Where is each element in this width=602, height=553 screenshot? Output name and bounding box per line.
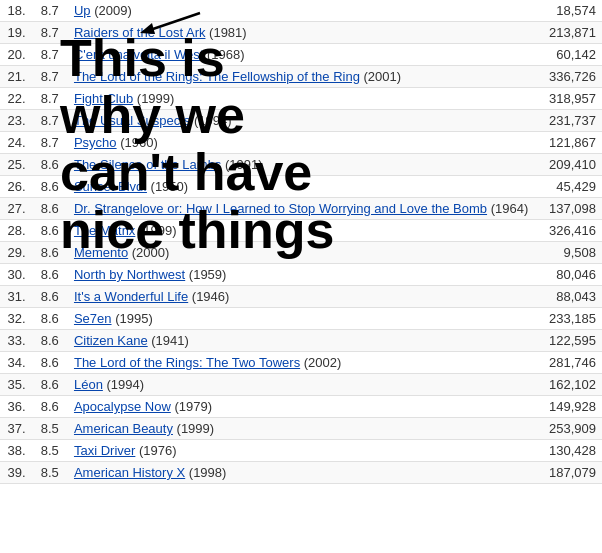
votes-cell: 231,737 xyxy=(534,110,602,132)
table-row: 31.8.6It's a Wonderful Life (1946)88,043 xyxy=(0,286,602,308)
votes-cell: 130,428 xyxy=(534,440,602,462)
movie-title-link[interactable]: Up xyxy=(74,3,91,18)
movie-title-link[interactable]: Sunset Blvd. xyxy=(74,179,147,194)
score-cell: 8.6 xyxy=(32,264,68,286)
movie-title-link[interactable]: Se7en xyxy=(74,311,112,326)
movie-year: (1979) xyxy=(171,399,212,414)
score-cell: 8.6 xyxy=(32,220,68,242)
rank-cell: 34. xyxy=(0,352,32,374)
rank-cell: 37. xyxy=(0,418,32,440)
rank-cell: 38. xyxy=(0,440,32,462)
movie-title-link[interactable]: Psycho xyxy=(74,135,117,150)
movie-year: (1960) xyxy=(117,135,158,150)
table-row: 20.8.7C'era una volta il West (1968)60,1… xyxy=(0,44,602,66)
rank-cell: 27. xyxy=(0,198,32,220)
table-row: 33.8.6Citizen Kane (1941)122,595 xyxy=(0,330,602,352)
movie-title-link[interactable]: The Matrix xyxy=(74,223,135,238)
movie-title-link[interactable]: Taxi Driver xyxy=(74,443,135,458)
movie-title-link[interactable]: The Usual Suspects xyxy=(74,113,190,128)
movie-year: (2002) xyxy=(300,355,341,370)
votes-cell: 9,508 xyxy=(534,242,602,264)
movie-title-link[interactable]: North by Northwest xyxy=(74,267,185,282)
title-cell: Léon (1994) xyxy=(68,374,534,396)
rank-cell: 20. xyxy=(0,44,32,66)
rank-cell: 22. xyxy=(0,88,32,110)
votes-cell: 121,867 xyxy=(534,132,602,154)
score-cell: 8.6 xyxy=(32,396,68,418)
movie-title-link[interactable]: Memento xyxy=(74,245,128,260)
title-cell: Sunset Blvd. (1950) xyxy=(68,176,534,198)
movie-title-link[interactable]: The Lord of the Rings: The Fellowship of… xyxy=(74,69,360,84)
movie-title-link[interactable]: The Silence of the Lambs xyxy=(74,157,221,172)
score-cell: 8.7 xyxy=(32,0,68,22)
votes-cell: 336,726 xyxy=(534,66,602,88)
rank-cell: 36. xyxy=(0,396,32,418)
title-cell: The Lord of the Rings: The Fellowship of… xyxy=(68,66,534,88)
rank-cell: 29. xyxy=(0,242,32,264)
movie-title-link[interactable]: American Beauty xyxy=(74,421,173,436)
table-row: 27.8.6Dr. Strangelove or: How I Learned … xyxy=(0,198,602,220)
table-row: 35.8.6Léon (1994)162,102 xyxy=(0,374,602,396)
title-cell: American Beauty (1999) xyxy=(68,418,534,440)
votes-cell: 253,909 xyxy=(534,418,602,440)
score-cell: 8.5 xyxy=(32,462,68,484)
title-cell: C'era una volta il West (1968) xyxy=(68,44,534,66)
movie-year: (1941) xyxy=(148,333,189,348)
movie-title-link[interactable]: Fight Club xyxy=(74,91,133,106)
movie-year: (2009) xyxy=(91,3,132,18)
score-cell: 8.7 xyxy=(32,110,68,132)
movie-title-link[interactable]: American History X xyxy=(74,465,185,480)
movie-title-link[interactable]: Dr. Strangelove or: How I Learned to Sto… xyxy=(74,201,487,216)
title-cell: North by Northwest (1959) xyxy=(68,264,534,286)
table-row: 24.8.7Psycho (1960)121,867 xyxy=(0,132,602,154)
movie-year: (1946) xyxy=(188,289,229,304)
score-cell: 8.6 xyxy=(32,154,68,176)
votes-cell: 18,574 xyxy=(534,0,602,22)
rank-cell: 18. xyxy=(0,0,32,22)
rank-cell: 26. xyxy=(0,176,32,198)
score-cell: 8.7 xyxy=(32,132,68,154)
movie-title-link[interactable]: Citizen Kane xyxy=(74,333,148,348)
votes-cell: 60,142 xyxy=(534,44,602,66)
rank-cell: 21. xyxy=(0,66,32,88)
score-cell: 8.6 xyxy=(32,286,68,308)
votes-cell: 233,185 xyxy=(534,308,602,330)
votes-cell: 122,595 xyxy=(534,330,602,352)
movie-title-link[interactable]: The Lord of the Rings: The Two Towers xyxy=(74,355,300,370)
movie-year: (1976) xyxy=(135,443,176,458)
movie-title-link[interactable]: Léon xyxy=(74,377,103,392)
votes-cell: 88,043 xyxy=(534,286,602,308)
table-row: 29.8.6Memento (2000)9,508 xyxy=(0,242,602,264)
table-row: 26.8.6Sunset Blvd. (1950)45,429 xyxy=(0,176,602,198)
rank-cell: 19. xyxy=(0,22,32,44)
title-cell: The Usual Suspects (1994) xyxy=(68,110,534,132)
movie-title-link[interactable]: It's a Wonderful Life xyxy=(74,289,188,304)
movie-year: (1999) xyxy=(135,223,176,238)
movie-year: (1959) xyxy=(185,267,226,282)
movie-title-link[interactable]: Raiders of the Lost Ark xyxy=(74,25,206,40)
movie-year: (1964) xyxy=(487,201,528,216)
title-cell: American History X (1998) xyxy=(68,462,534,484)
movie-title-link[interactable]: C'era una volta il West xyxy=(74,47,203,62)
table-row: 34.8.6The Lord of the Rings: The Two Tow… xyxy=(0,352,602,374)
movie-year: (1999) xyxy=(173,421,214,436)
score-cell: 8.6 xyxy=(32,374,68,396)
table-row: 39.8.5American History X (1998)187,079 xyxy=(0,462,602,484)
votes-cell: 149,928 xyxy=(534,396,602,418)
movie-year: (1968) xyxy=(203,47,244,62)
votes-cell: 162,102 xyxy=(534,374,602,396)
votes-cell: 326,416 xyxy=(534,220,602,242)
title-cell: Up (2009) xyxy=(68,0,534,22)
table-row: 30.8.6North by Northwest (1959)80,046 xyxy=(0,264,602,286)
score-cell: 8.7 xyxy=(32,22,68,44)
score-cell: 8.6 xyxy=(32,198,68,220)
rank-cell: 30. xyxy=(0,264,32,286)
rank-cell: 33. xyxy=(0,330,32,352)
score-cell: 8.7 xyxy=(32,88,68,110)
rank-cell: 31. xyxy=(0,286,32,308)
movie-year: (1999) xyxy=(133,91,174,106)
movies-table: 18.8.7Up (2009)18,57419.8.7Raiders of th… xyxy=(0,0,602,484)
movie-year: (1998) xyxy=(185,465,226,480)
movie-title-link[interactable]: Apocalypse Now xyxy=(74,399,171,414)
movie-year: (1991) xyxy=(221,157,262,172)
